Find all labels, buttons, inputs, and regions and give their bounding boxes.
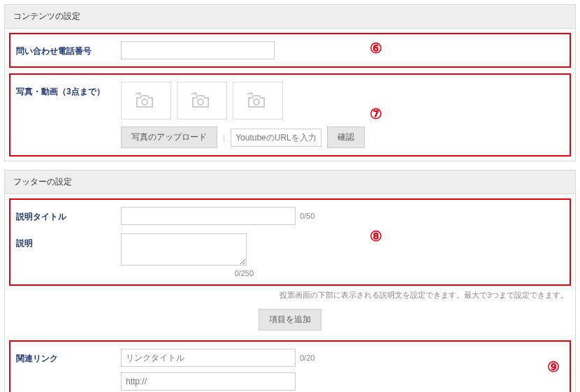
media-thumb-3[interactable] <box>233 82 283 119</box>
annotation-7: ⑦ <box>370 107 382 121</box>
phone-row: 問い合わせ電話番号 <box>10 37 570 64</box>
desc-row: 説明 0/250 <box>10 229 570 282</box>
media-content: 写真のアップロード | 確認 <box>121 82 564 148</box>
media-highlight: 写真・動画（3点まで） <box>9 73 571 157</box>
media-thumb-1[interactable] <box>121 82 171 119</box>
desc-help: 投票画面の下部に表示される説明文を設定できます。最大で3つまで設定できます。 <box>5 287 575 306</box>
media-thumbs <box>121 82 564 119</box>
svg-point-0 <box>142 99 147 105</box>
media-thumb-2[interactable] <box>177 82 227 119</box>
desc-content: 0/250 <box>121 233 564 277</box>
footer-settings-header: フッターの設定 <box>5 170 575 194</box>
separator: | <box>223 133 225 143</box>
footer-settings-panel: フッターの設定 説明タイトル 0/50 説明 0/250 <box>4 170 576 392</box>
footer-settings-body: 説明タイトル 0/50 説明 0/250 ⑧ 投票画面 <box>5 194 575 392</box>
content-settings-body: 問い合わせ電話番号 ⑥ 写真・動画（3点まで） <box>5 29 575 161</box>
desc-title-counter: 0/50 <box>300 212 314 220</box>
desc-highlight: 説明タイトル 0/50 説明 0/250 <box>9 198 571 286</box>
desc-counter: 0/250 <box>121 269 254 277</box>
phone-content <box>121 41 564 59</box>
confirm-button[interactable]: 確認 <box>327 126 365 148</box>
media-label: 写真・動画（3点まで） <box>16 82 121 98</box>
link-label: 関連リンク <box>16 349 121 365</box>
phone-label: 問い合わせ電話番号 <box>16 41 121 57</box>
phone-input[interactable] <box>121 41 275 59</box>
content-settings-panel: コンテンツの設定 問い合わせ電話番号 ⑥ 写真・動画（3点まで） <box>4 4 576 161</box>
camera-icon <box>133 90 159 111</box>
desc-title-content: 0/50 <box>121 207 564 225</box>
link-url-input[interactable] <box>121 372 296 391</box>
desc-label: 説明 <box>16 233 121 249</box>
phone-highlight: 問い合わせ電話番号 <box>9 33 571 68</box>
svg-point-2 <box>254 99 259 105</box>
desc-title-label: 説明タイトル <box>16 207 121 223</box>
link-row: 関連リンク 0/20 <box>10 344 570 392</box>
annotation-9: ⑨ <box>547 360 560 374</box>
upload-photo-button[interactable]: 写真のアップロード <box>121 126 217 148</box>
camera-icon <box>245 90 270 111</box>
camera-icon <box>189 90 215 111</box>
annotation-6: ⑥ <box>370 41 382 55</box>
desc-title-row: 説明タイトル 0/50 <box>10 203 570 229</box>
link-title-input[interactable] <box>121 349 296 367</box>
media-controls: 写真のアップロード | 確認 <box>121 126 564 148</box>
svg-point-1 <box>198 99 203 105</box>
desc-add-wrap: 項目を追加 <box>5 306 575 339</box>
link-content: 0/20 <box>121 349 564 391</box>
annotation-8: ⑧ <box>370 229 382 243</box>
link-highlight: 関連リンク 0/20 ⑨ <box>9 340 571 392</box>
desc-textarea[interactable] <box>121 233 247 266</box>
youtube-url-input[interactable] <box>231 129 321 147</box>
desc-add-button[interactable]: 項目を追加 <box>259 309 321 331</box>
link-title-counter: 0/20 <box>300 354 314 362</box>
media-row: 写真・動画（3点まで） <box>10 78 570 152</box>
desc-title-input[interactable] <box>121 207 296 225</box>
content-settings-header: コンテンツの設定 <box>5 5 575 29</box>
